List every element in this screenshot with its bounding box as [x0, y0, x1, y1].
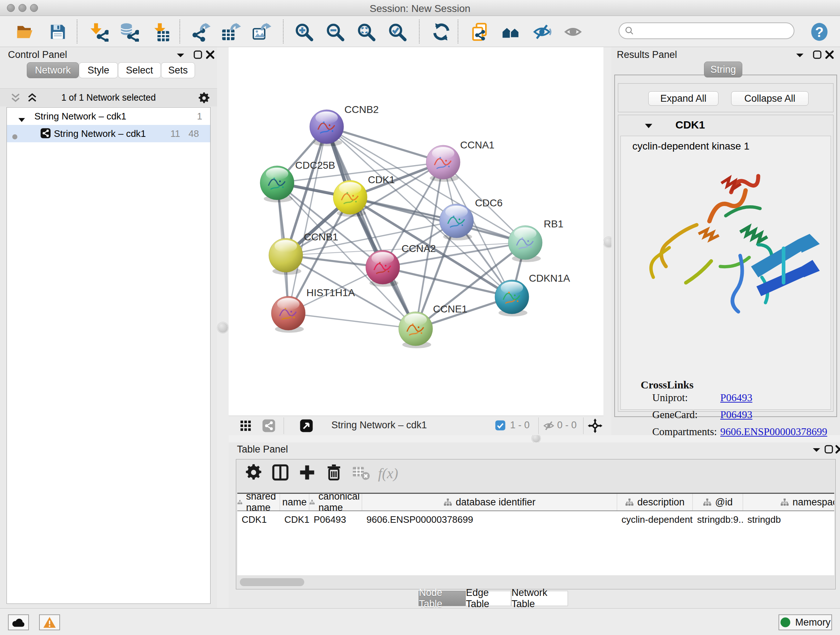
- zoom-out-icon[interactable]: [325, 22, 346, 42]
- first-neighbors-icon[interactable]: [501, 22, 522, 42]
- export-network-icon[interactable]: [190, 22, 211, 42]
- export-image-icon[interactable]: [251, 22, 272, 42]
- table-panel-close-icon[interactable]: [835, 445, 840, 455]
- gene-collapse-icon[interactable]: [644, 123, 653, 130]
- edge-CCNB2-CCNE1[interactable]: [327, 127, 416, 329]
- zoom-fit-content-icon[interactable]: [356, 22, 377, 42]
- collapse-all-button[interactable]: Collapse All: [731, 91, 808, 106]
- show-all-icon[interactable]: [563, 22, 584, 42]
- column-header-namespace[interactable]: namespace: [743, 494, 834, 510]
- protein-structure-image: [632, 158, 820, 314]
- open-session-icon[interactable]: [15, 22, 36, 42]
- control-panel-close-icon[interactable]: [205, 50, 215, 61]
- tab-network-table[interactable]: Network Table: [511, 591, 568, 606]
- results-panel-close-icon[interactable]: [825, 50, 834, 61]
- network-edge-count: 48: [188, 128, 199, 139]
- column-header-shared-name[interactable]: shared name: [237, 494, 280, 510]
- hide-selected-icon[interactable]: [532, 22, 553, 42]
- function-builder-icon[interactable]: f(x): [378, 465, 398, 482]
- import-table-file-icon[interactable]: [150, 22, 172, 42]
- table-cell[interactable]: 9606.ENSP00000378699: [362, 511, 617, 528]
- node-HIST1H1A[interactable]: [271, 296, 305, 333]
- node-CCNE1[interactable]: [399, 312, 433, 348]
- table-cell[interactable]: cyclin-dependent ...: [617, 511, 693, 528]
- node-CDC25B[interactable]: [260, 166, 294, 203]
- export-table-icon[interactable]: [221, 22, 242, 42]
- warning-button[interactable]: [39, 614, 60, 630]
- horizontal-splitter-handle[interactable]: [532, 434, 540, 443]
- selected-checkbox-icon[interactable]: [495, 420, 506, 433]
- search-field[interactable]: [619, 22, 794, 39]
- delete-table-icon[interactable]: [351, 463, 370, 483]
- clone-network-icon[interactable]: [470, 22, 491, 42]
- network-selector-header: 1 of 1 Network selected: [0, 88, 217, 106]
- cloud-button[interactable]: [8, 614, 29, 630]
- results-panel-float-icon[interactable]: [813, 50, 822, 61]
- network-options-gear-icon[interactable]: [197, 92, 210, 106]
- column-header-canonical-name[interactable]: canonical name: [309, 494, 362, 510]
- refresh-view-icon[interactable]: [431, 22, 452, 42]
- column-header-database-identifier[interactable]: database identifier: [362, 494, 617, 510]
- hidden-eye-icon[interactable]: [543, 420, 555, 434]
- fit-crosshair-icon[interactable]: [587, 418, 603, 436]
- zoom-selected-region-icon[interactable]: [387, 22, 408, 42]
- tab-node-table[interactable]: Node Table: [418, 591, 466, 606]
- memory-button[interactable]: Memory: [778, 614, 832, 630]
- left-splitter[interactable]: [217, 47, 229, 608]
- table-cell[interactable]: P06493: [309, 511, 362, 528]
- expand-all-button[interactable]: Expand All: [648, 91, 718, 106]
- column-header-name[interactable]: name: [280, 494, 309, 510]
- node-CCNB1[interactable]: [269, 238, 303, 275]
- column-header--id[interactable]: @id: [693, 494, 743, 510]
- crosslink-link[interactable]: P06493: [720, 409, 752, 421]
- table-row[interactable]: CDK1CDK1P064939606.ENSP00000378699cyclin…: [237, 511, 834, 528]
- network-view-statusbar: String Network – cdk1 1 - 0 0 - 0: [229, 416, 603, 435]
- left-splitter-handle[interactable]: [218, 322, 228, 333]
- table-cell[interactable]: CDK1: [280, 511, 309, 528]
- crosslink-link[interactable]: 9606.ENSP00000378699: [720, 426, 827, 438]
- network-row[interactable]: String Network – cdk1 11 48: [7, 125, 210, 142]
- table-cell[interactable]: stringdb: [743, 511, 834, 528]
- control-panel-title: Control Panel: [8, 49, 67, 60]
- control-tab-select[interactable]: Select: [118, 62, 161, 78]
- search-input[interactable]: [635, 25, 779, 36]
- control-panel-menu-icon[interactable]: [176, 52, 185, 60]
- results-panel-menu-icon[interactable]: [795, 52, 805, 60]
- edge-HIST1H1A-CCNE1[interactable]: [288, 313, 416, 329]
- table-settings-gear-icon[interactable]: [244, 463, 263, 483]
- control-tab-sets[interactable]: Sets: [161, 62, 195, 78]
- import-network-database-icon[interactable]: [118, 22, 140, 42]
- table-cell[interactable]: CDK1: [237, 511, 280, 528]
- show-columns-icon[interactable]: [271, 463, 290, 483]
- control-tab-style[interactable]: Style: [79, 62, 118, 78]
- import-network-file-icon[interactable]: [88, 22, 109, 42]
- collection-collapse-icon[interactable]: [18, 114, 26, 125]
- table-panel-float-icon[interactable]: [824, 445, 834, 455]
- crosslink-link[interactable]: P06493: [720, 392, 752, 404]
- table-horizontal-scrollbar[interactable]: [240, 578, 304, 586]
- node-CDK1[interactable]: [333, 180, 367, 217]
- delete-column-trash-icon[interactable]: [325, 463, 343, 483]
- network-view-canvas[interactable]: CCNB2CCNA1CDC25BCDK1CDC6RB1CCNB1CCNA2CDK…: [229, 47, 603, 416]
- help-icon[interactable]: ?: [809, 22, 830, 42]
- control-panel-float-icon[interactable]: [193, 50, 202, 61]
- node-RB1[interactable]: [508, 226, 542, 262]
- control-tab-network[interactable]: Network: [27, 62, 79, 78]
- grid-view-icon[interactable]: [240, 420, 252, 434]
- table-cell[interactable]: stringdb:9...: [693, 511, 743, 528]
- node-CCNA1[interactable]: [426, 145, 460, 182]
- save-session-icon[interactable]: [48, 22, 69, 42]
- gene-section-header[interactable]: CDK1: [618, 115, 833, 136]
- birdseye-view-icon[interactable]: [300, 419, 313, 435]
- network-badge-icon[interactable]: [262, 419, 276, 435]
- zoom-in-icon[interactable]: [294, 22, 315, 42]
- edge-CCNB2-HIST1H1A[interactable]: [288, 127, 327, 313]
- create-column-icon[interactable]: [298, 463, 317, 483]
- node-CDKN1A[interactable]: [495, 280, 529, 317]
- table-panel-menu-icon[interactable]: [812, 447, 821, 455]
- edge-CCNB2-CCNA1[interactable]: [327, 127, 443, 162]
- column-header-description[interactable]: description: [617, 494, 693, 510]
- network-collection-row[interactable]: String Network – cdk1 1: [7, 108, 210, 125]
- results-tab-string[interactable]: String: [704, 62, 742, 78]
- tab-edge-table[interactable]: Edge Table: [466, 591, 511, 606]
